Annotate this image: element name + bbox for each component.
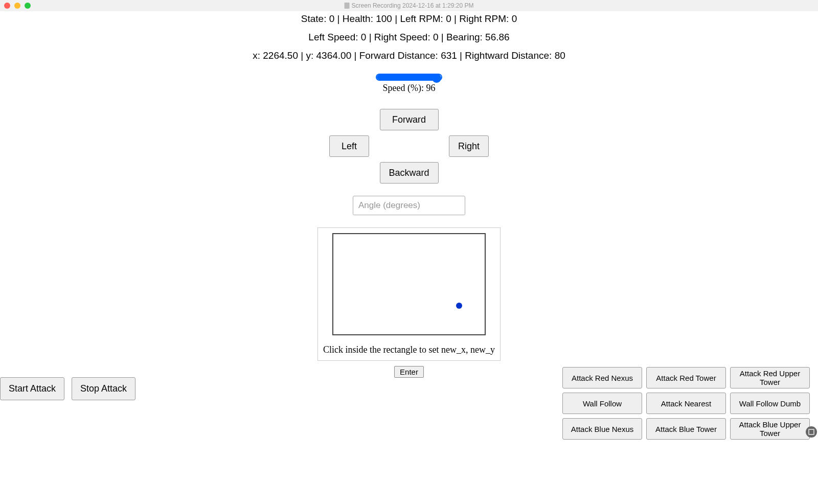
close-window-icon[interactable] — [4, 3, 10, 9]
speed-slider-label: Speed (%): 96 — [383, 83, 436, 94]
wall-follow-dumb-button[interactable]: Wall Follow Dumb — [730, 393, 810, 414]
direction-pad: Forward Left Right Backward — [329, 109, 489, 184]
action-button-grid: Attack Red Nexus Attack Red Tower Attack… — [562, 367, 810, 440]
forward-button[interactable]: Forward — [380, 109, 439, 130]
attack-red-tower-button[interactable]: Attack Red Tower — [646, 367, 726, 388]
attack-red-upper-tower-button[interactable]: Attack Red Upper Tower — [730, 367, 810, 388]
window-title-text: Screen Recording 2024-12-16 at 1:29:20 P… — [352, 2, 474, 9]
status-line-3: x: 2264.50 | y: 4364.00 | Forward Distan… — [253, 50, 565, 61]
attack-nearest-button[interactable]: Attack Nearest — [646, 393, 726, 414]
attack-blue-upper-tower-button[interactable]: Attack Blue Upper Tower — [730, 418, 810, 440]
speed-slider-fill — [377, 75, 439, 80]
attack-blue-tower-button[interactable]: Attack Blue Tower — [646, 418, 726, 440]
map-rectangle[interactable] — [332, 233, 486, 335]
speed-slider-thumb[interactable] — [432, 74, 441, 83]
map-caption: Click inside the rectangle to set new_x,… — [323, 345, 495, 355]
enter-button[interactable]: Enter — [394, 366, 424, 378]
map-container: Click inside the rectangle to set new_x,… — [317, 227, 501, 361]
wall-follow-button[interactable]: Wall Follow — [562, 393, 642, 414]
minimize-window-icon[interactable] — [14, 3, 20, 9]
main-content: State: 0 | Health: 100 | Left RPM: 0 | R… — [0, 11, 818, 378]
window-title: Screen Recording 2024-12-16 at 1:29:20 P… — [345, 2, 474, 9]
maximize-window-icon[interactable] — [25, 3, 31, 9]
left-button[interactable]: Left — [329, 135, 369, 157]
angle-input[interactable] — [353, 196, 465, 215]
screenshot-indicator-inner — [808, 429, 814, 435]
backward-button[interactable]: Backward — [380, 162, 439, 184]
status-line-2: Left Speed: 0 | Right Speed: 0 | Bearing… — [308, 32, 509, 43]
attack-controls: Start Attack Stop Attack — [0, 377, 135, 400]
attack-blue-nexus-button[interactable]: Attack Blue Nexus — [562, 418, 642, 440]
stop-attack-button[interactable]: Stop Attack — [72, 377, 135, 400]
map-position-dot — [456, 303, 462, 309]
speed-slider-wrapper: Speed (%): 96 — [376, 74, 442, 94]
speed-slider[interactable] — [376, 74, 442, 81]
window-titlebar: Screen Recording 2024-12-16 at 1:29:20 P… — [0, 0, 818, 11]
traffic-lights — [4, 3, 31, 9]
dpad-middle-row: Left Right — [329, 135, 489, 157]
right-button[interactable]: Right — [449, 135, 489, 157]
start-attack-button[interactable]: Start Attack — [0, 377, 64, 400]
attack-red-nexus-button[interactable]: Attack Red Nexus — [562, 367, 642, 388]
screenshot-indicator-icon — [806, 426, 817, 438]
status-line-1: State: 0 | Health: 100 | Left RPM: 0 | R… — [301, 13, 517, 25]
document-icon — [345, 3, 350, 9]
